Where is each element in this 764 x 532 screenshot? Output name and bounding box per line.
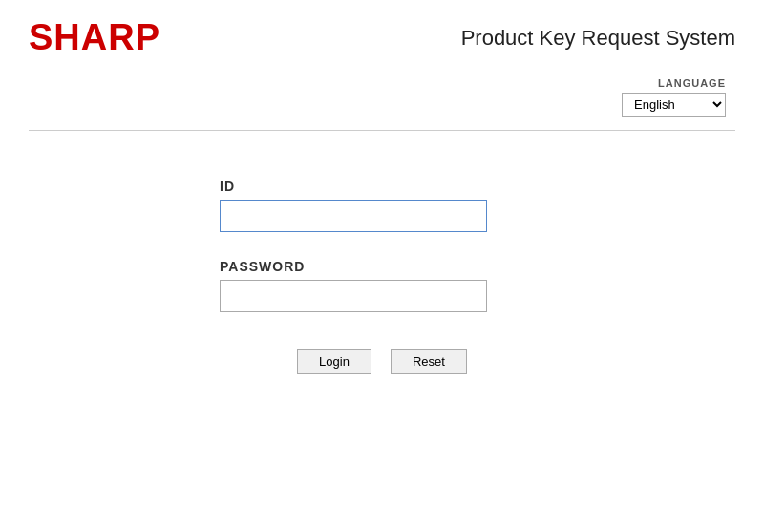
language-section: LANGUAGE English Japanese French German … (0, 68, 764, 126)
password-label: PASSWORD (220, 259, 544, 274)
login-button[interactable]: Login (297, 349, 371, 374)
id-input[interactable] (220, 200, 487, 232)
buttons-row: Login Reset (297, 349, 467, 374)
sharp-logo: SHARP (29, 17, 160, 58)
reset-button[interactable]: Reset (391, 349, 467, 374)
header: SHARP Product Key Request System (0, 0, 764, 68)
id-field-group: ID (220, 179, 544, 232)
password-field-group: PASSWORD (220, 259, 544, 312)
id-label: ID (220, 179, 544, 194)
language-select[interactable]: English Japanese French German Spanish (622, 93, 726, 117)
page-title: Product Key Request System (461, 26, 735, 51)
form-container: ID PASSWORD Login Reset (0, 179, 764, 374)
password-input[interactable] (220, 280, 487, 312)
language-label: LANGUAGE (658, 77, 726, 89)
divider (29, 130, 735, 131)
